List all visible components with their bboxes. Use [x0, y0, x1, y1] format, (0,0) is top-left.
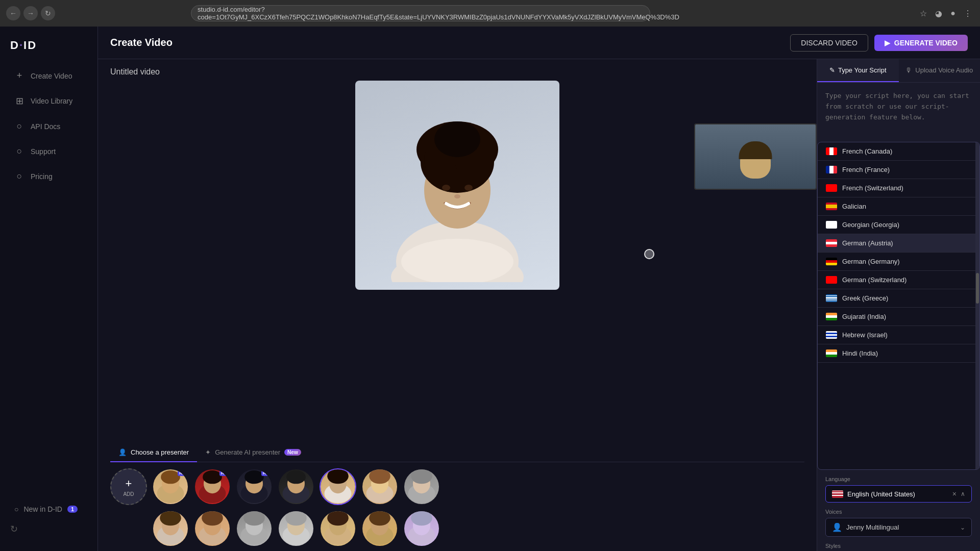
add-icon: + — [126, 477, 132, 490]
lang-item-german-switzerland[interactable]: German (Switzerland) — [818, 271, 979, 289]
lang-item-georgian-georgia[interactable]: Georgian (Georgia) — [818, 216, 979, 234]
lang-item-hindi-india[interactable]: Hindi (India) — [818, 344, 979, 363]
sidebar-bottom: ○ New in D-ID 1 ↻ — [0, 499, 97, 543]
presenter-thumb-2[interactable]: HQ — [194, 468, 231, 505]
svg-point-10 — [454, 194, 460, 198]
voices-field[interactable]: 👤 Jenny Multilingual ⌄ — [825, 518, 972, 537]
svg-point-48 — [327, 510, 349, 525]
sidebar-item-pricing[interactable]: ○ Pricing — [4, 165, 93, 188]
discard-video-button[interactable]: DISCARD VIDEO — [790, 34, 868, 52]
lang-item-greek-greece[interactable]: Greek (Greece) — [818, 289, 979, 308]
address-bar[interactable]: studio.d-id.com/editor?code=1Ot7GyMJ_6XC… — [191, 5, 650, 21]
webcam-overlay — [694, 123, 817, 190]
lang-label-french-france: French (France) — [842, 166, 890, 173]
lang-item-hebrew-israel[interactable]: Hebrew (Israel) — [818, 326, 979, 344]
webcam-hair — [739, 141, 772, 159]
thumb-bg-5 — [321, 469, 355, 504]
sidebar-item-label-api: API Docs — [31, 122, 60, 131]
choose-presenter-icon: 👤 — [118, 448, 127, 456]
lang-item-french-france[interactable]: French (France) — [818, 161, 979, 179]
sidebar-item-api-docs[interactable]: ○ API Docs — [4, 115, 93, 138]
generate-video-button[interactable]: ▶ GENERATE VIDEO — [874, 35, 968, 51]
dropdown-scrollbar[interactable] — [975, 142, 979, 469]
sidebar-item-video-library[interactable]: ⊞ Video Library — [4, 89, 93, 113]
thumb-bg-6 — [362, 469, 397, 504]
extensions-button[interactable]: ◕ — [933, 7, 944, 20]
language-selected: English (United States) — [847, 490, 948, 498]
script-textarea-wrap — [817, 83, 980, 142]
flag-georgian-georgia — [826, 221, 837, 229]
flag-hebrew-israel — [826, 331, 837, 339]
styles-row: Styles — [817, 539, 980, 551]
presenter-preview — [355, 81, 559, 290]
profile-button[interactable]: ● — [948, 7, 958, 20]
svg-point-51 — [369, 510, 390, 525]
lang-label-galician: Galician — [842, 203, 866, 210]
presenter-thumb-1[interactable]: HQ — [152, 468, 189, 505]
sidebar-item-create-video[interactable]: + Create Video — [4, 64, 93, 87]
new-in-did-item[interactable]: ○ New in D-ID 1 — [4, 499, 93, 519]
forward-button[interactable]: → — [23, 6, 38, 20]
lang-item-french-canada[interactable]: French (Canada) — [818, 142, 979, 161]
lang-item-french-switzerland[interactable]: French (Switzerland) — [818, 179, 979, 197]
new-badge: New — [284, 449, 301, 456]
tab-generate-presenter[interactable]: ✦ Generate AI presenter New — [197, 443, 309, 462]
styles-label: Styles — [825, 543, 972, 549]
tab-upload-audio[interactable]: 🎙 Upload Voice Audio — [899, 59, 981, 82]
language-selector-field[interactable]: English (United States) × ∧ — [825, 485, 972, 503]
page-title: Create Video — [110, 37, 173, 48]
presenter-thumb-r2[interactable] — [194, 510, 231, 547]
new-in-did-label: New in D-ID — [23, 505, 62, 513]
sidebar-item-label-library: Video Library — [31, 97, 72, 105]
presenter-thumb-r4[interactable] — [278, 510, 314, 547]
presenter-thumb-r7[interactable] — [403, 510, 440, 547]
script-input[interactable] — [825, 91, 972, 132]
type-script-label: Type Your Script — [838, 66, 887, 74]
right-panel: ✎ Type Your Script 🎙 Upload Voice Audio … — [817, 59, 980, 551]
lang-item-german-austria[interactable]: German (Austria) — [818, 234, 979, 253]
voice-person-icon: 👤 — [832, 522, 842, 532]
reload-button[interactable]: ↻ — [41, 6, 55, 20]
presenter-svg — [381, 88, 534, 282]
bookmark-button[interactable]: ☆ — [918, 7, 929, 20]
menu-button[interactable]: ⋮ — [962, 7, 974, 20]
svg-point-27 — [327, 468, 349, 484]
lang-label-german-austria: German (Austria) — [842, 239, 893, 247]
thumb-bg-4 — [279, 469, 313, 504]
presenter-thumb-6[interactable] — [361, 468, 398, 505]
back-button[interactable]: ← — [6, 6, 20, 20]
hq-badge-3: HQ — [261, 470, 271, 476]
lang-item-german-germany[interactable]: German (Germany) — [818, 253, 979, 271]
presenter-thumb-r1[interactable] — [152, 510, 189, 547]
lang-label-french-canada: French (Canada) — [842, 147, 892, 155]
sidebar-item-support[interactable]: ○ Support — [4, 140, 93, 163]
svg-point-36 — [160, 510, 181, 525]
presenter-thumb-r3[interactable] — [236, 510, 273, 547]
sidebar-item-label-pricing: Pricing — [31, 172, 53, 181]
voices-chevron-icon[interactable]: ⌄ — [960, 524, 965, 531]
language-chevron-icon[interactable]: ∧ — [961, 490, 965, 497]
add-presenter-button[interactable]: + ADD — [110, 468, 147, 505]
carousel-scroll-1: HQ HQ — [152, 468, 804, 505]
presenter-thumb-5[interactable] — [320, 468, 356, 505]
svg-point-30 — [369, 468, 390, 484]
tab-type-script[interactable]: ✎ Type Your Script — [817, 59, 899, 82]
presenter-thumb-4[interactable] — [278, 468, 314, 505]
generate-label: GENERATE VIDEO — [894, 39, 958, 47]
refresh-icon[interactable]: ↻ — [10, 523, 87, 535]
thumb-bg-r7 — [404, 511, 439, 546]
lang-item-galician[interactable]: Galician — [818, 197, 979, 216]
sidebar: D·ID + Create Video ⊞ Video Library ○ AP… — [0, 27, 98, 551]
presenter-thumb-r5[interactable] — [320, 510, 356, 547]
create-video-icon: + — [14, 70, 24, 81]
webcam-head — [740, 145, 771, 179]
flag-galician — [826, 203, 837, 210]
presenter-thumb-7[interactable] — [403, 468, 440, 505]
tab-choose-presenter[interactable]: 👤 Choose a presenter — [110, 443, 197, 462]
lang-item-gujarati-india[interactable]: Gujarati (India) — [818, 308, 979, 326]
type-script-icon: ✎ — [829, 66, 835, 74]
language-clear-icon[interactable]: × — [952, 490, 957, 498]
presenter-thumb-3[interactable]: HQ — [236, 468, 273, 505]
presenter-thumb-r6[interactable] — [361, 510, 398, 547]
browser-bar: ← → ↻ studio.d-id.com/editor?code=1Ot7Gy… — [0, 0, 980, 27]
